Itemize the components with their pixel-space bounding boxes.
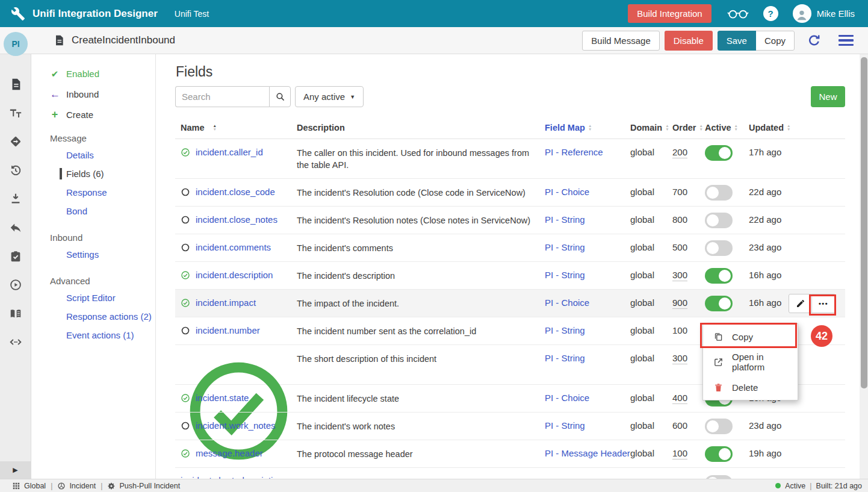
column-header-order[interactable]: Order▲▼ (672, 123, 705, 132)
wrench-logo-icon (11, 7, 25, 21)
field-map-link[interactable]: PI - Reference (545, 139, 630, 178)
field-order[interactable]: 100 (672, 448, 687, 459)
field-name-link[interactable]: incident.work_notes (196, 420, 276, 440)
field-name-link[interactable]: message.header (196, 448, 263, 467)
more-actions-button[interactable]: ••• (812, 294, 835, 313)
field-updated: 23d ago (749, 413, 802, 440)
rail-expand-button[interactable]: ▶ (0, 461, 31, 479)
field-map-link[interactable]: PI - Message Header (545, 440, 630, 467)
active-toggle[interactable] (705, 296, 733, 311)
field-order[interactable]: 900 (672, 297, 687, 309)
book-icon[interactable] (9, 307, 22, 320)
incident-icon (57, 482, 66, 490)
column-header-updated[interactable]: Updated▲▼ (749, 123, 802, 132)
field-map-link[interactable]: PI - Choice (545, 290, 630, 317)
text-format-icon[interactable] (9, 107, 22, 120)
field-description: The incident number sent as the correlat… (297, 317, 545, 344)
field-map-link[interactable]: PI - String (545, 413, 630, 440)
refresh-icon[interactable] (807, 33, 822, 48)
field-map-link[interactable]: PI - String (545, 345, 630, 384)
field-name-link[interactable]: incident.description (196, 270, 273, 289)
field-order[interactable]: 300 (672, 270, 687, 281)
reply-icon[interactable] (9, 221, 22, 234)
nav-item-inbound[interactable]: ←Inbound (50, 88, 155, 101)
active-toggle[interactable] (705, 213, 733, 228)
column-header-name[interactable]: Name▲▼ (175, 123, 297, 132)
nav-link-settings[interactable]: Settings (50, 245, 155, 264)
field-domain: global (630, 317, 672, 344)
menu-hamburger-icon[interactable] (839, 35, 854, 46)
statusbar-incident[interactable]: Incident (57, 482, 96, 490)
field-name-link[interactable]: incident.close_notes (196, 214, 277, 234)
table-row-incident.close_notes: incident.close_notesThe incident's Resol… (175, 207, 845, 234)
build-message-button[interactable]: Build Message (582, 31, 659, 51)
field-name-link[interactable]: incident.number (196, 325, 260, 344)
field-active-check-icon (181, 393, 190, 403)
field-map-link[interactable]: PI - String (545, 317, 630, 344)
play-circle-icon[interactable] (9, 278, 22, 291)
nav-item-enabled[interactable]: ✔Enabled (50, 67, 155, 80)
field-name-link[interactable]: incident.state (196, 393, 249, 412)
history-icon[interactable] (9, 164, 22, 177)
build-integration-button[interactable]: Build Integration (628, 4, 711, 23)
field-name-link[interactable]: incident.close_code (196, 187, 275, 206)
scrollbar-thumb[interactable] (861, 57, 867, 388)
nav-link-event-actions-1-[interactable]: Event actions (1) (50, 326, 155, 344)
statusbar-global[interactable]: Global (12, 482, 46, 490)
context-menu-item-copy[interactable]: Copy (703, 324, 798, 349)
active-toggle[interactable] (705, 268, 733, 284)
nav-link-bond[interactable]: Bond (50, 202, 155, 220)
save-button[interactable]: Save (718, 31, 756, 51)
task-check-icon[interactable] (9, 250, 22, 263)
nav-link-fields-6-[interactable]: Fields (6) (50, 164, 155, 183)
field-map-link[interactable]: PI - String (545, 262, 630, 289)
user-avatar[interactable] (793, 4, 811, 23)
search-button[interactable] (269, 86, 291, 107)
nav-section-title: Message (50, 133, 155, 143)
search-icon (275, 92, 285, 102)
directions-icon[interactable] (9, 135, 22, 148)
document-icon[interactable] (9, 78, 22, 91)
copy-button[interactable]: Copy (756, 31, 795, 51)
active-toggle[interactable] (705, 240, 733, 256)
nav-link-details[interactable]: Details (50, 146, 155, 164)
field-name-link[interactable]: incident.caller_id (196, 147, 263, 178)
column-header-domain[interactable]: Domain▲▼ (630, 123, 672, 132)
statusbar-push-pull-incident[interactable]: Push-Pull Incident (107, 482, 180, 490)
download-icon[interactable] (9, 192, 22, 205)
nav-link-response-actions-2-[interactable]: Response actions (2) (50, 307, 155, 326)
active-toggle[interactable] (705, 145, 733, 161)
active-filter-dropdown[interactable]: Any active ▼ (295, 86, 364, 107)
column-header-active[interactable]: Active▲▼ (705, 123, 749, 132)
field-name-link[interactable]: incident.comments (196, 242, 271, 261)
edit-row-button[interactable] (789, 294, 812, 313)
search-input[interactable] (175, 86, 269, 107)
active-toggle[interactable] (705, 185, 733, 201)
field-order[interactable]: 400 (672, 393, 687, 404)
field-map-link[interactable]: PI - Choice (545, 179, 630, 206)
nav-link-response[interactable]: Response (50, 183, 155, 202)
code-icon[interactable] (9, 335, 22, 349)
field-map-link[interactable]: PI - String (545, 234, 630, 261)
column-label: Active (705, 123, 731, 132)
nav-item-label: Create (66, 110, 93, 120)
nav-item-create[interactable]: +Create (50, 108, 155, 121)
help-icon[interactable]: ? (763, 6, 778, 21)
nav-link-script-editor[interactable]: Script Editor (50, 288, 155, 307)
user-name[interactable]: Mike Ellis (817, 8, 855, 19)
column-header-field-map[interactable]: Field Map▲▼ (545, 123, 630, 132)
context-menu-item-delete[interactable]: Delete (703, 375, 798, 400)
preview-glasses-icon[interactable] (727, 7, 749, 21)
table-row-incident.comments: incident.commentsThe incident's comments… (175, 234, 845, 262)
field-name-link[interactable]: incident.impact (196, 297, 256, 317)
disable-button[interactable]: Disable (665, 31, 713, 51)
field-order[interactable]: 300 (672, 353, 687, 364)
field-order[interactable]: 200 (672, 147, 687, 158)
active-toggle[interactable] (705, 419, 733, 434)
field-map-link[interactable]: PI - Choice (545, 385, 630, 412)
new-button[interactable]: New (811, 86, 845, 107)
field-map-link[interactable]: PI - String (545, 207, 630, 234)
context-menu-item-open-in-platform[interactable]: Open in platform (703, 349, 798, 375)
column-label: Description (297, 122, 345, 134)
active-toggle[interactable] (705, 446, 733, 462)
